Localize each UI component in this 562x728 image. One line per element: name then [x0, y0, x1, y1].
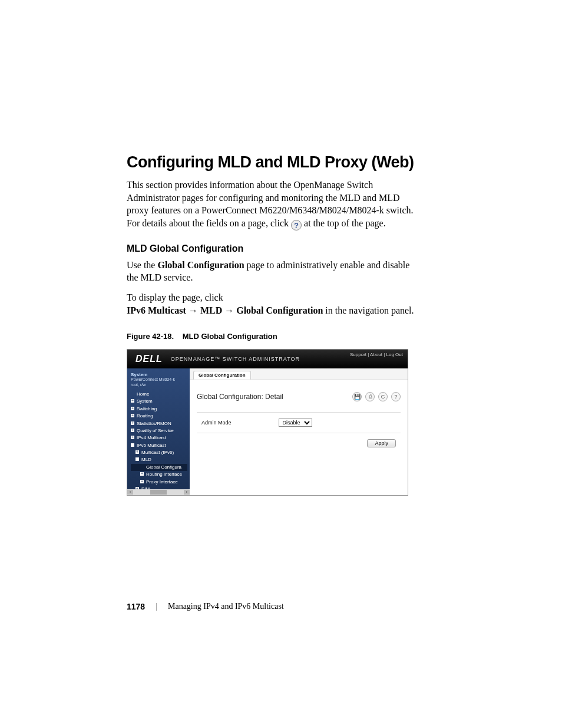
- panel-title: Global Configuration: Detail: [197, 393, 283, 401]
- scroll-thumb[interactable]: [150, 490, 167, 495]
- sidebar-item-routing-if[interactable]: Routing Interface: [131, 471, 187, 478]
- header-links[interactable]: Support | About | Log Out: [350, 352, 403, 357]
- sidebar-item-home[interactable]: Home: [131, 391, 187, 398]
- apply-button[interactable]: Apply: [367, 439, 396, 447]
- sidebar-item-global-config[interactable]: Global Configura: [131, 464, 187, 471]
- page-footer: 1178 | Managing IPv4 and IPv6 Multicast: [127, 602, 284, 611]
- paragraph-use-global: Use the Global Configuration page to adm…: [127, 259, 421, 284]
- subheading: MLD Global Configuration: [127, 243, 421, 254]
- sidebar-scrollbar[interactable]: ‹ ›: [127, 489, 190, 495]
- sidebar-item-multicast-ipv6[interactable]: Multicast (IPv6): [131, 449, 187, 456]
- tab-row: Global Configuration: [190, 368, 408, 380]
- sidebar-system-label: System: [131, 372, 187, 377]
- app-title: OPENMANAGE™ SWITCH ADMINISTRATOR: [171, 356, 300, 362]
- screenshot-figure: DELL OPENMANAGE™ SWITCH ADMINISTRATOR Su…: [127, 349, 408, 496]
- help-panel-icon[interactable]: ?: [391, 392, 401, 401]
- nav-sidebar: System PowerConnect M8024-k root, r/w Ho…: [127, 368, 190, 495]
- sidebar-item-switching[interactable]: Switching: [131, 406, 187, 413]
- sidebar-item-qos[interactable]: Quality of Service: [131, 427, 187, 434]
- admin-mode-label: Admin Mode: [201, 420, 232, 426]
- footer-separator: |: [156, 602, 157, 611]
- app-header: DELL OPENMANAGE™ SWITCH ADMINISTRATOR Su…: [127, 350, 408, 368]
- sidebar-item-stats[interactable]: Statistics/RMON: [131, 420, 187, 427]
- intro-text-after: at the top of the page.: [304, 218, 386, 228]
- sidebar-model: PowerConnect M8024-k root, r/w: [131, 377, 187, 387]
- page-number: 1178: [127, 602, 145, 611]
- sidebar-item-ipv4mc[interactable]: IPv4 Multicast: [131, 434, 187, 442]
- sidebar-item-routing[interactable]: Routing: [131, 413, 187, 420]
- sidebar-item-mld[interactable]: MLD: [131, 456, 187, 463]
- page-heading: Configuring MLD and MLD Proxy (Web): [127, 153, 421, 172]
- intro-paragraph: This section provides information about …: [127, 179, 421, 230]
- save-icon[interactable]: 💾: [352, 392, 362, 401]
- sidebar-item-system[interactable]: System: [131, 398, 187, 405]
- help-icon: ?: [291, 220, 302, 230]
- dell-logo: DELL: [127, 354, 171, 364]
- scroll-left-icon[interactable]: ‹: [127, 490, 133, 495]
- refresh-icon[interactable]: C: [378, 392, 388, 401]
- scroll-right-icon[interactable]: ›: [184, 490, 190, 495]
- print-icon[interactable]: ⎙: [365, 392, 375, 401]
- paragraph-navigate: To display the page, click IPv6 Multicas…: [127, 291, 421, 317]
- sidebar-item-ipv6mc[interactable]: IPv6 Multicast: [131, 442, 187, 449]
- main-panel: Global Configuration Global Configuratio…: [190, 368, 408, 495]
- admin-mode-select[interactable]: Disable: [279, 419, 312, 427]
- field-admin-mode: Admin Mode Disable: [197, 412, 401, 433]
- figure-caption: Figure 42-18. MLD Global Configuration: [127, 332, 421, 341]
- chapter-title: Managing IPv4 and IPv6 Multicast: [168, 602, 284, 611]
- sidebar-item-proxy-if[interactable]: Proxy Interface: [131, 479, 187, 486]
- tab-global-config[interactable]: Global Configuration: [193, 371, 251, 380]
